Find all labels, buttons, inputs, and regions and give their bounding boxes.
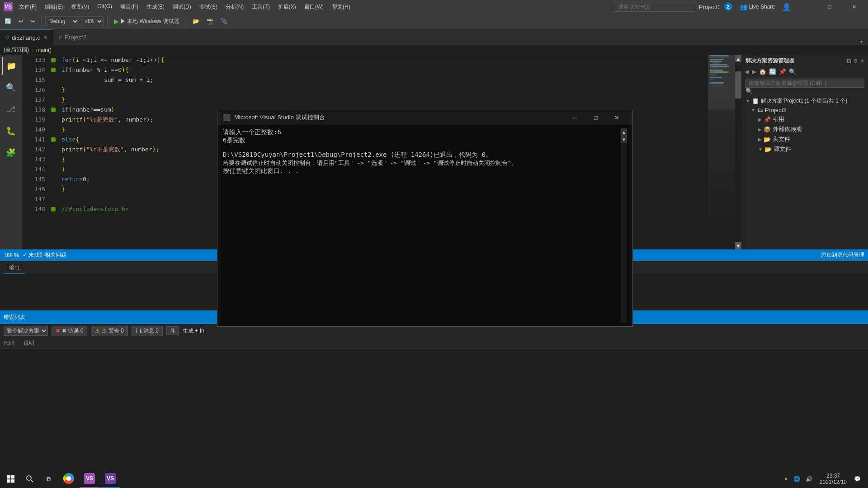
expand-icon-141 xyxy=(51,137,56,142)
sidebar-settings-icon[interactable]: ⚙ xyxy=(853,58,858,64)
tree-headers[interactable]: ▶ 📂 头文件 xyxy=(742,134,868,144)
folder-open-button[interactable]: 📂 xyxy=(190,17,202,25)
menu-tools[interactable]: 工具(T) xyxy=(248,2,273,12)
tray-network[interactable]: 🌐 xyxy=(792,476,802,482)
expand-icon-134 xyxy=(51,68,56,72)
search-taskbar-button[interactable] xyxy=(21,470,39,488)
warning-count-label: ⚠ 警告 0 xyxy=(102,327,123,335)
sidebar-home-icon[interactable]: 🏠 xyxy=(758,67,767,76)
menu-extensions[interactable]: 扩展(X) xyxy=(274,2,300,12)
tree-external-deps[interactable]: ▶ 📦 外部依赖项 xyxy=(742,124,868,134)
taskbar-vs[interactable]: VS xyxy=(80,470,99,488)
debug-config-select[interactable]: Debug Release xyxy=(45,16,79,26)
notification-badge[interactable]: 2 xyxy=(724,3,732,11)
sidebar-search-input[interactable] xyxy=(745,79,864,88)
screenshot-button[interactable]: 📸 xyxy=(204,17,216,25)
scroll-track[interactable] xyxy=(735,62,741,242)
col-desc-label: 说明 xyxy=(24,339,34,347)
menu-project[interactable]: 项目(P) xyxy=(117,2,142,12)
tab-close-di5zhang[interactable]: ✕ xyxy=(43,34,47,41)
menu-debug[interactable]: 调试(D) xyxy=(169,2,195,12)
tree-sources[interactable]: ▼ 📂 源文件 xyxy=(742,144,868,154)
undo-button[interactable]: ↩ xyxy=(16,17,26,25)
console-maximize-btn[interactable]: □ xyxy=(585,110,606,125)
new-tab-button[interactable]: + xyxy=(854,38,868,45)
menu-help[interactable]: 帮助(H) xyxy=(328,2,354,12)
tab-container: C di5zhang.c ✕ P Project2 + (全局范围) › mai… xyxy=(0,29,868,55)
sidebar-search-icon[interactable]: 🔍 xyxy=(745,88,753,94)
platform-select[interactable]: x86 x64 xyxy=(81,16,104,26)
sidebar-filter-icon[interactable]: 🔍 xyxy=(788,67,797,76)
menu-test[interactable]: 测试(S) xyxy=(196,2,221,12)
person-icon[interactable]: 👤 xyxy=(782,3,791,11)
activity-search[interactable]: 🔍 xyxy=(2,79,20,97)
tab-project2[interactable]: P Project2 xyxy=(53,29,92,45)
svg-line-5 xyxy=(31,480,33,482)
sidebar-collapse-icon[interactable]: ⊟ xyxy=(847,58,851,64)
run-button[interactable]: ▶ ▶ 本地 Windows 调试器 xyxy=(111,17,182,26)
status-zoom[interactable]: 188 % xyxy=(4,252,19,258)
tray-sound[interactable]: 🔊 xyxy=(804,476,814,482)
activity-debug[interactable]: 🐛 xyxy=(2,122,20,140)
scroll-up-btn[interactable]: ▲ xyxy=(735,55,741,62)
line-num-145: 145 xyxy=(25,174,45,184)
new-button[interactable]: 🔄 xyxy=(2,17,14,25)
editor-scrollbar[interactable]: ▲ ▼ xyxy=(735,55,741,249)
menu-build[interactable]: 生成(B) xyxy=(143,2,168,12)
console-close-btn[interactable]: ✕ xyxy=(606,110,627,125)
scroll-thumb[interactable] xyxy=(735,71,741,99)
sort-btn[interactable]: ⇅ xyxy=(166,326,179,335)
gutter-145 xyxy=(49,174,58,184)
menu-view[interactable]: 视图(V) xyxy=(67,2,93,12)
tree-solution[interactable]: ▼ 📋 解决方案'Project1'(1 个项目/共 1 个) xyxy=(742,96,868,106)
attach-button[interactable]: 📎 xyxy=(218,17,230,25)
console-scrollbar[interactable]: ▲ ▼ xyxy=(621,128,627,323)
sidebar-close-icon[interactable]: ✕ xyxy=(860,58,864,64)
status-git-branch[interactable]: 添加到源代码管理 xyxy=(821,251,864,259)
sidebar-tree: ▼ 📋 解决方案'Project1'(1 个项目/共 1 个) ▼ 🗂 Proj… xyxy=(742,96,868,249)
menu-analyze[interactable]: 分析(N) xyxy=(222,2,248,12)
taskbar-chrome[interactable] xyxy=(59,470,79,488)
maximize-button[interactable]: □ xyxy=(819,0,840,14)
svg-point-4 xyxy=(27,476,31,480)
taskbar-vs-instance[interactable]: VS xyxy=(100,470,120,488)
svg-rect-0 xyxy=(7,475,10,479)
tree-project2[interactable]: ▼ 🗂 Project2 xyxy=(742,106,868,114)
warning-filter-btn[interactable]: ⚠ ⚠ 警告 0 xyxy=(91,326,127,336)
menu-git[interactable]: Git(G) xyxy=(94,2,116,12)
message-filter-btn[interactable]: ℹ ℹ 消息 0 xyxy=(132,326,163,336)
live-share-button[interactable]: 👥 Live Share xyxy=(736,2,778,11)
error-filter-btn[interactable]: ✖ ✖ 错误 0 xyxy=(52,326,87,336)
title-search-input[interactable] xyxy=(614,2,695,12)
sidebar-sync-icon[interactable]: 🔄 xyxy=(768,67,777,76)
start-button[interactable] xyxy=(2,470,20,488)
gutter-138 xyxy=(49,105,58,115)
output-tab[interactable]: 输出 xyxy=(4,262,25,274)
close-button[interactable]: ✕ xyxy=(844,0,864,14)
minimize-button[interactable]: ─ xyxy=(795,0,816,14)
line-num-135: 135 xyxy=(25,75,45,85)
sidebar-nav-back[interactable]: ◀ xyxy=(744,67,750,76)
system-clock[interactable]: 23:37 2021/12/10 xyxy=(816,473,850,485)
activity-explorer[interactable]: 📁 xyxy=(2,57,20,75)
tab-di5zhang[interactable]: C di5zhang.c ✕ xyxy=(0,29,53,45)
notification-center[interactable]: 💬 xyxy=(852,476,863,482)
menu-file[interactable]: 文件(F) xyxy=(15,2,40,12)
tree-references[interactable]: ▶ 📌 引用 xyxy=(742,114,868,124)
redo-button[interactable]: ↪ xyxy=(28,17,38,25)
console-scroll-up[interactable]: ▲ xyxy=(621,128,627,136)
task-view-button[interactable]: ⧉ xyxy=(40,470,58,488)
menu-window[interactable]: 窗口(W) xyxy=(301,2,327,12)
scope-select[interactable]: 整个解决方案 xyxy=(4,326,48,336)
activity-git[interactable]: ⎇ xyxy=(2,100,20,118)
activity-extensions[interactable]: 🧩 xyxy=(2,144,20,162)
scroll-down-btn[interactable]: ▼ xyxy=(735,242,741,249)
console-scroll-down[interactable]: ▼ xyxy=(621,136,627,143)
gutter-137 xyxy=(49,95,58,105)
sidebar-pin-icon[interactable]: 📌 xyxy=(778,67,787,76)
sidebar-nav-fwd[interactable]: ▶ xyxy=(751,67,757,76)
console-minimize-btn[interactable]: ─ xyxy=(565,110,585,125)
menu-edit[interactable]: 编辑(E) xyxy=(41,2,66,12)
line-numbers: 133 134 135 136 137 138 139 140 141 142 … xyxy=(22,55,49,249)
tray-arrow[interactable]: ∧ xyxy=(782,476,790,482)
